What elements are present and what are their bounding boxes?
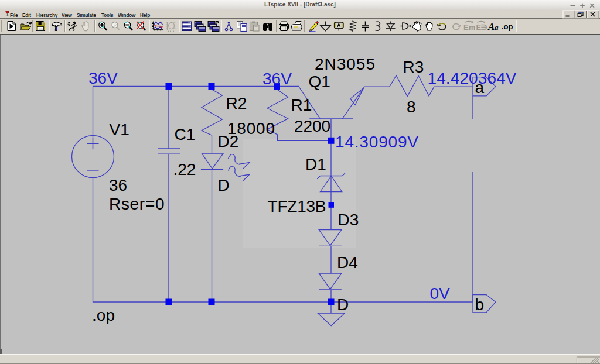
svg-text:D1: D1: [305, 155, 326, 173]
svg-text:R1: R1: [291, 96, 312, 114]
svg-text:Q1: Q1: [309, 73, 330, 91]
svg-text:a: a: [495, 23, 499, 32]
svg-text:0V: 0V: [430, 284, 451, 303]
svg-text:R2: R2: [226, 94, 247, 112]
svg-text:∋: ∋: [481, 23, 488, 32]
svg-text:36: 36: [109, 176, 127, 194]
svg-text:Em: Em: [463, 23, 475, 32]
svg-text:TFZ13B: TFZ13B: [268, 197, 326, 215]
svg-text:36V: 36V: [88, 69, 118, 87]
svg-text:2N3055: 2N3055: [315, 55, 375, 73]
svg-text:D4: D4: [337, 253, 358, 272]
svg-text:14.30909V: 14.30909V: [335, 133, 418, 151]
svg-text:.op: .op: [502, 22, 513, 31]
svg-text:D: D: [337, 296, 349, 314]
svg-text:C1: C1: [175, 125, 196, 143]
svg-text:D2: D2: [218, 132, 239, 150]
svg-text:a: a: [475, 78, 485, 97]
svg-text:D: D: [218, 176, 230, 194]
svg-text:b: b: [475, 296, 485, 314]
svg-text:A: A: [488, 21, 495, 32]
svg-text:.22: .22: [173, 160, 196, 178]
svg-text:D3: D3: [338, 211, 359, 229]
svg-text:2200: 2200: [294, 117, 330, 135]
svg-text:8: 8: [407, 98, 416, 116]
svg-text:14.420364V: 14.420364V: [428, 69, 517, 87]
svg-text:Rser=0: Rser=0: [109, 195, 165, 213]
svg-text:.op: .op: [92, 306, 115, 324]
svg-text:R3: R3: [403, 58, 424, 76]
svg-text:36V: 36V: [262, 70, 292, 88]
svg-text:V1: V1: [110, 121, 129, 139]
